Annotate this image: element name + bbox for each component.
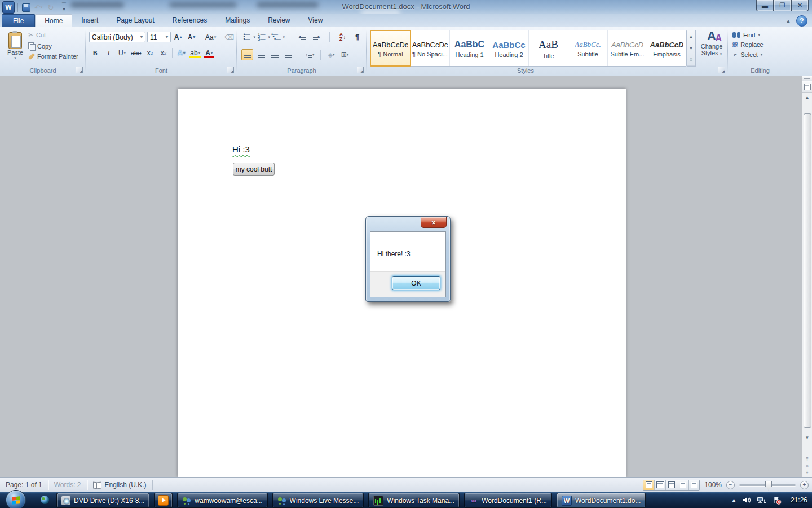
zoom-out-button[interactable]: −	[726, 481, 735, 489]
embedded-form-button[interactable]: my cool butt	[233, 163, 275, 176]
zoom-in-button[interactable]: +	[800, 481, 809, 489]
numbering-button[interactable]: 1—2—3—▾	[256, 32, 267, 42]
restore-button[interactable]: ❐	[774, 0, 791, 11]
print-layout-view-button[interactable]	[643, 480, 655, 490]
tab-references[interactable]: References	[164, 14, 216, 27]
document-text[interactable]: Hi :3	[232, 144, 250, 154]
shading-button[interactable]: ◈▾	[326, 50, 337, 60]
zoom-level[interactable]: 100%	[704, 481, 722, 489]
taskbar-item-task-manager[interactable]: Windows Task Mana...	[368, 493, 460, 508]
clear-formatting-button[interactable]: ⌫	[223, 32, 235, 42]
tab-page-layout[interactable]: Page Layout	[107, 14, 163, 27]
cut-button[interactable]: ✂ Cut	[28, 31, 78, 39]
subscript-button[interactable]: x2	[144, 48, 156, 58]
show-paragraph-marks-button[interactable]: ¶	[352, 32, 363, 42]
strikethrough-button[interactable]: abe	[130, 48, 142, 58]
copy-button[interactable]: Copy	[28, 42, 78, 50]
styles-dialog-launcher[interactable]	[718, 67, 725, 73]
taskbar-item-dvd-drive[interactable]: DVD Drive (D:) X16-8...	[56, 493, 149, 508]
shrink-font-button[interactable]: A▼	[186, 32, 198, 42]
dialog-close-button[interactable]: ✕	[421, 217, 447, 228]
style-no-spacing[interactable]: AaBbCcDc ¶ No Spaci...	[411, 30, 450, 66]
font-dialog-launcher[interactable]	[227, 67, 234, 73]
globe-icon[interactable]	[41, 496, 49, 504]
browse-next-button[interactable]: ⤓	[806, 470, 809, 475]
style-title[interactable]: AaB Title	[529, 30, 568, 66]
ok-button[interactable]: OK	[392, 276, 440, 290]
network-icon[interactable]	[757, 496, 767, 505]
bullets-button[interactable]: •—•—•—▾	[241, 32, 252, 42]
style-heading-2[interactable]: AaBbCc Heading 2	[489, 30, 529, 66]
zoom-slider[interactable]	[739, 484, 796, 486]
taskbar-clock[interactable]: 21:26	[787, 496, 807, 504]
select-browse-object-button[interactable]: ○	[806, 463, 809, 468]
select-button[interactable]: ➢ Select▾	[732, 51, 764, 58]
gallery-scroll-up[interactable]: ▲	[687, 30, 695, 42]
word-count[interactable]: Words: 2	[48, 480, 87, 490]
ruler-toggle-button[interactable]	[802, 81, 812, 93]
scroll-up-arrow[interactable]: ▲	[802, 93, 812, 102]
align-right-button[interactable]	[270, 50, 280, 60]
tab-file[interactable]: File	[2, 14, 35, 27]
taskbar-item-word-document[interactable]: W WordDocument1.do...	[557, 493, 646, 508]
paragraph-dialog-launcher[interactable]	[357, 67, 364, 73]
split-handle[interactable]	[802, 76, 812, 81]
tab-review[interactable]: Review	[259, 14, 299, 27]
style-subtitle[interactable]: AaBbCc. Subtitle	[568, 30, 608, 66]
minimize-button[interactable]: ▬	[756, 0, 774, 11]
font-family-combo[interactable]: Calibri (Body)▼	[89, 32, 145, 42]
draft-view-button[interactable]	[689, 480, 699, 490]
scrollbar-thumb[interactable]	[804, 113, 811, 428]
gallery-expand[interactable]: ⍗	[687, 54, 695, 66]
grow-font-button[interactable]: A▲	[173, 32, 184, 42]
style-heading-1[interactable]: AaBbC Heading 1	[450, 30, 489, 66]
browse-previous-button[interactable]: ⤒	[806, 457, 809, 462]
tab-view[interactable]: View	[299, 14, 332, 27]
start-button[interactable]	[6, 490, 26, 508]
align-center-button[interactable]	[256, 50, 267, 60]
line-spacing-button[interactable]: ↕▾	[304, 50, 315, 60]
decrease-indent-button[interactable]: ◂	[297, 32, 307, 42]
text-effects-button[interactable]: A▾	[175, 48, 187, 58]
italic-button[interactable]: I	[103, 48, 114, 58]
taskbar-item-visual-studio[interactable]: ∞ WordDocument1 (R...	[464, 493, 552, 508]
minimize-ribbon-icon[interactable]: ▲	[784, 16, 793, 25]
underline-button[interactable]: U▾	[116, 48, 128, 58]
highlight-color-button[interactable]: ab▾	[189, 48, 201, 58]
help-icon[interactable]: ?	[796, 15, 807, 27]
zoom-slider-handle[interactable]	[765, 481, 772, 491]
taskbar-item-media-player[interactable]	[154, 493, 173, 508]
proofing-status[interactable]: English (U.K.)	[87, 480, 153, 490]
change-styles-button[interactable]: AA ChangeStyles ▾	[699, 29, 724, 67]
find-button[interactable]: Find▾	[732, 32, 764, 38]
show-hidden-icons-button[interactable]: ▲	[731, 497, 736, 503]
gallery-scroll-down[interactable]: ▼	[687, 42, 695, 54]
web-layout-view-button[interactable]	[666, 480, 677, 490]
tab-insert[interactable]: Insert	[72, 14, 107, 27]
fullscreen-reading-view-button[interactable]	[655, 480, 666, 490]
borders-button[interactable]: ⊞▾	[339, 50, 350, 60]
vertical-scrollbar[interactable]: ▲ ▼ ⤒ ○ ⤓	[802, 76, 812, 477]
align-left-button[interactable]	[241, 49, 253, 60]
taskbar-item-messenger-contact[interactable]: wamwoowam@esca...	[177, 493, 267, 508]
font-color-button[interactable]: A▾	[203, 48, 215, 58]
justify-button[interactable]	[283, 50, 294, 60]
style-subtle-emphasis[interactable]: AaBbCcD Subtle Em...	[608, 30, 647, 66]
font-size-combo[interactable]: 11▼	[147, 32, 171, 42]
clipboard-dialog-launcher[interactable]	[76, 67, 83, 73]
action-center-flag-icon[interactable]	[773, 496, 782, 505]
superscript-button[interactable]: x2	[157, 48, 169, 58]
volume-icon[interactable]	[742, 496, 751, 505]
style-normal[interactable]: AaBbCcDc ¶ Normal	[370, 30, 411, 67]
style-emphasis[interactable]: AaBbCcD Emphasis	[647, 30, 686, 66]
scroll-down-arrow[interactable]: ▼	[802, 433, 812, 442]
close-button[interactable]: ✕	[791, 0, 809, 11]
change-case-button[interactable]: Aa▾	[204, 32, 217, 42]
outline-view-button[interactable]	[677, 480, 689, 490]
replace-button[interactable]: abac Replace	[732, 41, 764, 48]
taskbar-item-windows-live-messenger[interactable]: Windows Live Messe...	[272, 493, 364, 508]
tab-mailings[interactable]: Mailings	[216, 14, 259, 27]
page-count[interactable]: Page: 1 of 1	[0, 480, 48, 490]
sort-button[interactable]: AZ↓	[337, 32, 348, 42]
bold-button[interactable]: B	[89, 48, 101, 58]
